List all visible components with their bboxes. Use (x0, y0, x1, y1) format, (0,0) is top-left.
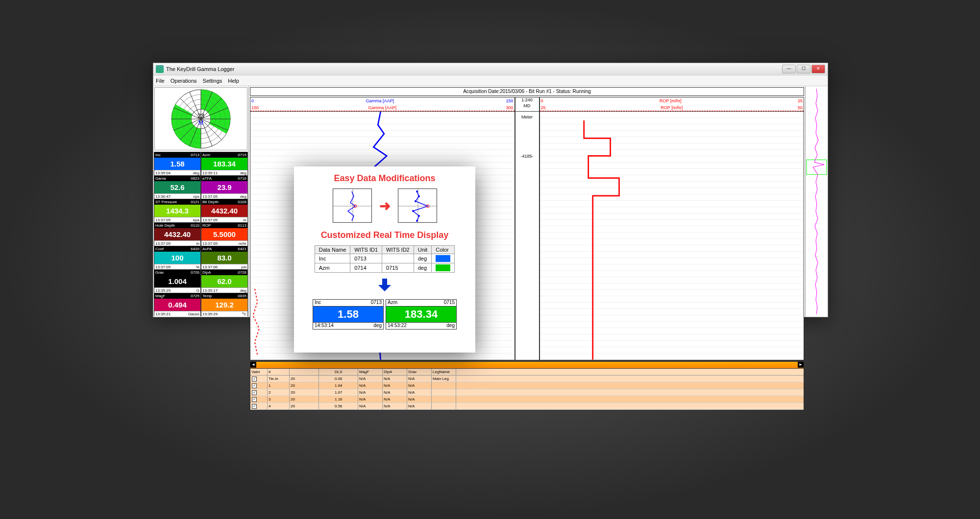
tile-dipa[interactable]: DipA072862.013:35:17deg (201, 269, 248, 293)
tile-gama[interactable]: Gama082352.613:36:47cps (154, 175, 201, 199)
tile-atfa[interactable]: aTFA071623.913:37:05deg (201, 175, 248, 199)
tile-azm[interactable]: Azm0715183.3413:35:11deg (201, 152, 248, 175)
promo-overlay: Easy Data Modifications ➜ Customized Rea… (294, 166, 475, 353)
scroll-left-icon[interactable]: ◄ (250, 362, 256, 368)
menu-file[interactable]: File (156, 78, 165, 84)
arrow-right-icon: ➜ (379, 198, 391, 214)
track1-header[interactable]: 0Gamma [AAP]150 150Gamma [AAP]300 (250, 97, 515, 112)
tile-st pressure[interactable]: ST Pressure01211434.313:37:05kpa (154, 199, 201, 222)
preview-tile-inc: Inc07131.5814:53:14deg (313, 299, 384, 330)
toolface-gauge[interactable]: 23M (154, 87, 247, 150)
survey-table-panel: ◄ Valid#Tie-in20120220320420 ► DLSMagFDi… (250, 361, 804, 410)
tile-temp[interactable]: Temp0835129.213:35:29ºC (201, 293, 248, 316)
rop-track[interactable] (539, 112, 805, 360)
svg-point-20 (418, 195, 420, 197)
tile-inc[interactable]: Inc07131.5813:35:04deg (154, 152, 201, 175)
main-window: The KeyDrill Gamma Logger — ☐ ✕ File Ope… (153, 63, 828, 317)
menu-help[interactable]: Help (228, 78, 239, 84)
svg-point-25 (416, 220, 418, 222)
tile-magf[interactable]: MagF07250.49413:35:21Gauss (154, 293, 201, 316)
after-chart (398, 189, 437, 223)
maximize-button[interactable]: ☐ (797, 65, 810, 73)
tile-bit depth[interactable]: Bit Depth01084432.4013:37:05m (201, 199, 248, 222)
window-title: The KeyDrill Gamma Logger (166, 66, 234, 72)
svg-point-23 (412, 210, 414, 212)
close-button[interactable]: ✕ (811, 65, 825, 73)
before-chart (333, 189, 372, 223)
tile-conf[interactable]: Conf642010013:37:05% (154, 246, 201, 269)
tile-avpa[interactable]: AvPA642183.013:37:06psi (201, 246, 248, 269)
svg-point-24 (418, 215, 420, 217)
menu-operations[interactable]: Operations (171, 78, 197, 84)
right-sidebar-track[interactable] (806, 86, 828, 317)
preview-tile-azm: Azm0715183.3414:53:22deg (386, 299, 457, 330)
data-tiles: Inc07131.5813:35:04degAzm0715183.3413:35… (153, 151, 248, 317)
track2-header[interactable]: 0ROP [m/hr]25 25ROP [m/hr]50 (539, 97, 805, 112)
acquisition-status: Acquisition Date:2015/03/06 - Bit Run #1… (250, 87, 804, 96)
tile-rop[interactable]: ROP01135.500013:37:05m/hr (201, 222, 248, 246)
titlebar[interactable]: The KeyDrill Gamma Logger — ☐ ✕ (153, 63, 828, 75)
config-table[interactable]: Data NameWITS ID1WITS ID2UnitColor Inc07… (315, 245, 455, 273)
scroll-right-icon[interactable]: ► (798, 362, 804, 368)
overlay-title2: Customized Real Time Display (301, 230, 468, 240)
menubar: File Operations Settings Help (153, 75, 828, 86)
menu-settings[interactable]: Settings (203, 78, 222, 84)
arrow-down-icon (301, 278, 468, 294)
scale-header[interactable]: 1:240 MD (515, 97, 539, 112)
gauge-value: 23 (197, 112, 204, 119)
svg-point-19 (416, 190, 418, 192)
left-panel: 23M Inc07131.5813:35:04degAzm0715183.341… (153, 86, 249, 317)
gauge-unit: M (197, 119, 204, 126)
minimize-button[interactable]: — (782, 65, 796, 73)
preview-tiles: Inc07131.5814:53:14degAzm0715183.3414:53… (301, 299, 468, 330)
tile-grav[interactable]: Grav07261.00413:35:25G (154, 269, 201, 293)
overlay-title1: Easy Data Modifications (301, 173, 468, 184)
app-icon (156, 65, 164, 73)
depth-track[interactable]: Meter -4185- (515, 112, 539, 360)
tile-hole depth[interactable]: Hole Depth01104432.4013:37:05m (154, 222, 201, 246)
svg-point-21 (415, 200, 416, 202)
